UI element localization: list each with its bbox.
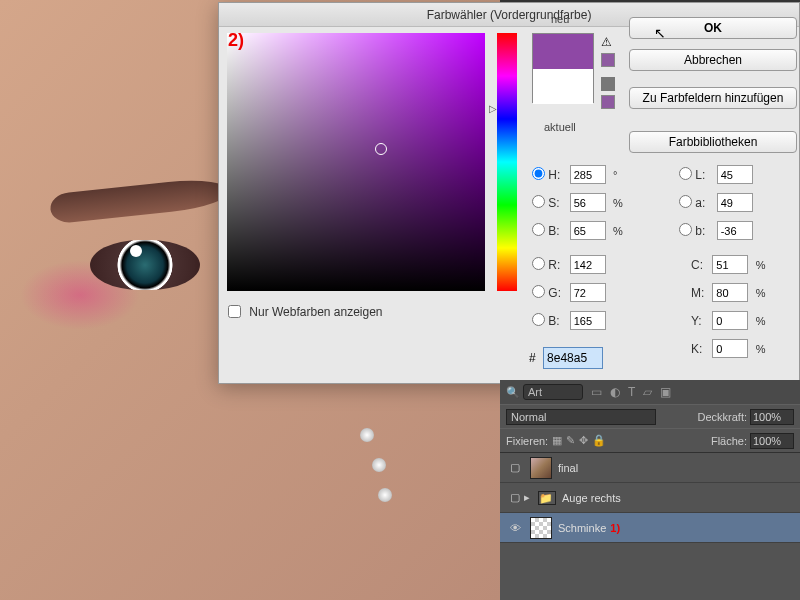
h-label: H: <box>548 168 566 182</box>
layer-row[interactable]: ▢ final <box>500 453 800 483</box>
hex-row: # <box>529 347 603 369</box>
a-label: a: <box>695 196 713 210</box>
filter-pixel-icon[interactable]: ▭ <box>591 385 602 399</box>
color-swatch-compare <box>532 33 594 103</box>
b-rgb-row: B: <box>532 311 632 330</box>
k-label: K: <box>691 342 709 356</box>
r-input[interactable] <box>570 255 606 274</box>
b-hsb-input[interactable] <box>570 221 606 240</box>
b-rgb-input[interactable] <box>570 311 606 330</box>
label-neu: neu <box>551 13 569 25</box>
b-rgb-label: B: <box>548 314 566 328</box>
blab-label: b: <box>695 224 713 238</box>
g-label: G: <box>548 286 566 300</box>
add-to-swatches-button[interactable]: Zu Farbfeldern hinzufügen <box>629 87 797 109</box>
folder-icon: 📁 <box>538 491 556 505</box>
annotation-2: 2) <box>228 30 244 51</box>
hex-input[interactable] <box>543 347 603 369</box>
c-label: C: <box>691 258 709 272</box>
filter-adjust-icon[interactable]: ◐ <box>610 385 620 399</box>
hue-slider[interactable] <box>497 33 517 291</box>
h-radio[interactable] <box>532 167 545 180</box>
blab-input[interactable] <box>717 221 753 240</box>
saturation-value-field[interactable] <box>227 33 485 291</box>
r-label: R: <box>548 258 566 272</box>
s-row: S: % <box>532 193 632 212</box>
ok-button[interactable]: OK <box>629 17 797 39</box>
color-libraries-button[interactable]: Farbbibliotheken <box>629 131 797 153</box>
b-hsb-row: B: % <box>532 221 632 240</box>
g-radio[interactable] <box>532 285 545 298</box>
y-label: Y: <box>691 314 709 328</box>
layer-kind-filter[interactable]: Art <box>523 384 583 400</box>
g-input[interactable] <box>570 283 606 302</box>
fill-label: Fläche: <box>711 435 747 447</box>
blab-row: b: <box>679 221 779 240</box>
lock-all-icon[interactable]: 🔒 <box>592 434 606 447</box>
web-colors-label: Nur Webfarben anzeigen <box>249 305 382 319</box>
lock-position-icon[interactable]: ✥ <box>579 434 588 447</box>
annotation-1: 1) <box>610 522 620 534</box>
filter-shape-icon[interactable]: ▱ <box>643 385 652 399</box>
cancel-button[interactable]: Abbrechen <box>629 49 797 71</box>
blend-mode-select[interactable]: Normal <box>506 409 656 425</box>
l-row: L: <box>679 165 779 184</box>
visibility-toggle[interactable]: 👁 <box>506 522 524 534</box>
swatch-current[interactable] <box>533 69 593 104</box>
layers-panel: 🔍 Art ▭ ◐ T ▱ ▣ Normal Deckkraft: 100% F… <box>500 380 800 600</box>
gamut-swatch[interactable] <box>601 53 615 67</box>
k-row: K: % <box>691 339 791 358</box>
layer-thumb <box>530 517 552 539</box>
opacity-label: Deckkraft: <box>697 411 747 423</box>
h-input[interactable] <box>570 165 606 184</box>
blab-radio[interactable] <box>679 223 692 236</box>
swatch-new[interactable] <box>533 34 593 69</box>
m-label: M: <box>691 286 709 300</box>
websafe-swatch[interactable] <box>601 95 615 109</box>
s-input[interactable] <box>570 193 606 212</box>
m-row: M: % <box>691 283 791 302</box>
y-row: Y: % <box>691 311 791 330</box>
c-row: C: % <box>691 255 791 274</box>
b-rgb-radio[interactable] <box>532 313 545 326</box>
g-row: G: <box>532 283 632 302</box>
a-radio[interactable] <box>679 195 692 208</box>
fill-input[interactable]: 100% <box>750 433 794 449</box>
layer-row[interactable]: 👁 Schminke 1) <box>500 513 800 543</box>
gamut-warning-icon[interactable]: ⚠ <box>601 35 615 49</box>
expand-icon[interactable]: ▸ <box>524 491 530 504</box>
l-radio[interactable] <box>679 167 692 180</box>
lock-paint-icon[interactable]: ✎ <box>566 434 575 447</box>
hue-slider-thumb[interactable]: ▷ <box>489 103 497 114</box>
visibility-toggle[interactable]: ▢ <box>506 461 524 474</box>
satval-cursor[interactable] <box>375 143 387 155</box>
web-colors-checkbox[interactable] <box>228 305 241 318</box>
b-hsb-radio[interactable] <box>532 223 545 236</box>
s-label: S: <box>548 196 566 210</box>
y-input[interactable] <box>712 311 748 330</box>
l-input[interactable] <box>717 165 753 184</box>
h-row: H: ° <box>532 165 632 184</box>
websafe-warning-icon[interactable] <box>601 77 615 91</box>
a-input[interactable] <box>717 193 753 212</box>
filter-type-icon[interactable]: T <box>628 385 635 399</box>
visibility-toggle[interactable]: ▢ <box>506 491 524 504</box>
hex-label: # <box>529 351 536 365</box>
opacity-input[interactable]: 100% <box>750 409 794 425</box>
k-input[interactable] <box>712 339 748 358</box>
s-radio[interactable] <box>532 195 545 208</box>
web-colors-only[interactable]: Nur Webfarben anzeigen <box>228 305 383 319</box>
layer-name: Auge rechts <box>562 492 621 504</box>
layer-name: final <box>558 462 578 474</box>
layer-row[interactable]: ▢ ▸ 📁 Auge rechts <box>500 483 800 513</box>
c-input[interactable] <box>712 255 748 274</box>
lock-transparent-icon[interactable]: ▦ <box>552 434 562 447</box>
a-row: a: <box>679 193 779 212</box>
r-radio[interactable] <box>532 257 545 270</box>
m-input[interactable] <box>712 283 748 302</box>
layer-thumb <box>530 457 552 479</box>
l-label: L: <box>695 168 713 182</box>
r-row: R: <box>532 255 632 274</box>
filter-smart-icon[interactable]: ▣ <box>660 385 671 399</box>
lock-label: Fixieren: <box>506 435 548 447</box>
